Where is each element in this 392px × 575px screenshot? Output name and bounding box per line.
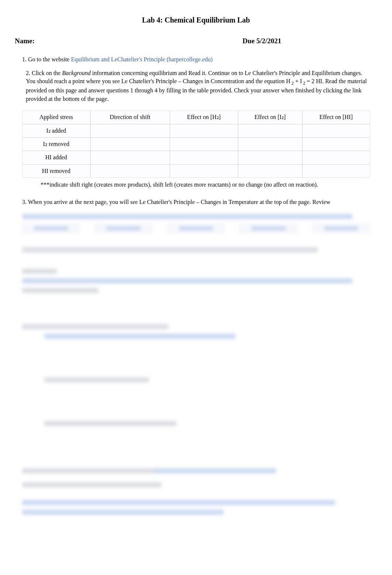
obscured-content	[22, 214, 370, 515]
due-date: Due 5/2/2021	[243, 36, 281, 46]
q2-italic: Background	[62, 70, 91, 76]
blurred-line	[44, 421, 176, 426]
question-2: 2. Click on the Background information c…	[22, 69, 370, 103]
table-row: HI added	[22, 151, 370, 164]
blurred-line	[22, 288, 99, 293]
col-applied-stress: Applied stress	[22, 110, 90, 124]
subscript: 2	[290, 81, 294, 86]
empty-cell	[170, 137, 238, 151]
blurred-line	[22, 510, 224, 515]
blurred-cell	[94, 224, 152, 233]
empty-cell	[302, 137, 370, 151]
blurred-line	[22, 214, 353, 219]
table-row: HI removed	[22, 164, 370, 178]
stress-cell: I₂ removed	[22, 137, 90, 151]
blurred-cell	[22, 224, 80, 233]
stress-cell: HI added	[22, 151, 90, 164]
empty-cell	[90, 151, 170, 164]
blurred-line	[154, 468, 276, 473]
table-row: I₂ added	[22, 124, 370, 137]
empty-cell	[238, 124, 302, 137]
name-label: Name:	[15, 36, 35, 46]
blurred-line	[44, 334, 235, 339]
empty-cell	[238, 137, 302, 151]
website-link[interactable]: Equilibrium and LeChatelier's Principle …	[71, 56, 213, 62]
blurred-line	[22, 278, 353, 283]
stress-table: Applied stress Direction of shift Effect…	[22, 110, 370, 178]
empty-cell	[238, 151, 302, 164]
col-direction: Direction of shift	[90, 110, 170, 124]
empty-cell	[170, 164, 238, 178]
empty-cell	[302, 164, 370, 178]
table-row: I₂ removed	[22, 137, 370, 151]
blurred-cell	[167, 224, 225, 233]
blurred-table-row	[22, 224, 370, 233]
blurred-cell	[312, 224, 370, 233]
empty-cell	[90, 164, 170, 178]
header-row: Name: Due 5/2/2021	[18, 36, 374, 46]
blurred-line	[22, 269, 57, 274]
question-3: 3. When you arrive at the next page, you…	[22, 198, 370, 206]
q2-part-a: 2. Click on the	[26, 70, 62, 76]
blurred-line	[22, 482, 161, 487]
col-effect-h2: Effect on [H₂]	[170, 110, 238, 124]
question-1: 1. Go to the website Equilibrium and LeC…	[22, 55, 370, 64]
empty-cell	[90, 137, 170, 151]
table-header-row: Applied stress Direction of shift Effect…	[22, 110, 370, 124]
subscript: 2	[302, 81, 305, 86]
empty-cell	[302, 124, 370, 137]
table-footnote: ***indicate shift right (creates more pr…	[22, 181, 370, 189]
empty-cell	[302, 151, 370, 164]
empty-cell	[170, 151, 238, 164]
blurred-line	[22, 468, 154, 473]
content-body: 1. Go to the website Equilibrium and LeC…	[18, 55, 374, 515]
blurred-line	[22, 500, 335, 505]
blurred-link-line	[22, 464, 370, 478]
empty-cell	[238, 164, 302, 178]
stress-cell: HI removed	[22, 164, 90, 178]
blurred-line	[22, 247, 318, 252]
col-effect-hi: Effect on [HI]	[302, 110, 370, 124]
empty-cell	[90, 124, 170, 137]
col-effect-i2: Effect on [I₂]	[238, 110, 302, 124]
blurred-cell	[240, 224, 297, 233]
q1-prefix: 1. Go to the website	[22, 56, 71, 62]
empty-cell	[170, 124, 238, 137]
q2-part-c: + I	[294, 78, 302, 84]
q3-text: 3. When you arrive at the next page, you…	[22, 199, 330, 205]
stress-cell: I₂ added	[22, 124, 90, 137]
lab-title: Lab 4: Chemical Equilibrium Lab	[18, 15, 374, 25]
blurred-line	[22, 324, 168, 329]
blurred-line	[44, 377, 149, 382]
